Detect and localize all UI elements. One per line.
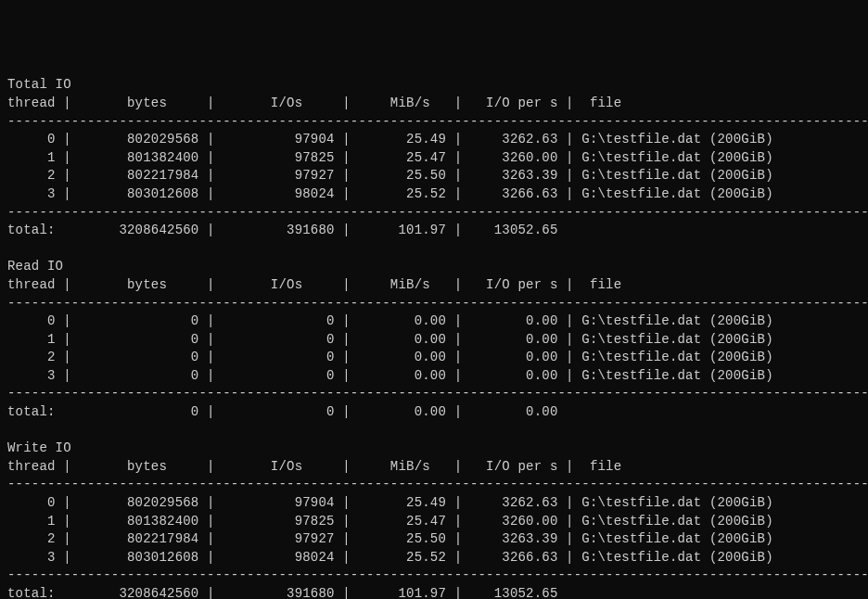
table-row: 2 | 0 | 0 | 0.00 | 0.00 | G:\testfile.da… [7, 350, 773, 364]
terminal-output: Total IO thread | bytes | I/Os | MiB/s |… [7, 76, 861, 599]
table-row: 0 | 802029568 | 97904 | 25.49 | 3262.63 … [7, 495, 773, 510]
table-row: 1 | 0 | 0 | 0.00 | 0.00 | G:\testfile.da… [7, 332, 773, 347]
table-row: 3 | 803012608 | 98024 | 25.52 | 3266.63 … [7, 550, 773, 565]
table-header: thread | bytes | I/Os | MiB/s | I/O per … [7, 277, 621, 292]
table-header: thread | bytes | I/Os | MiB/s | I/O per … [7, 459, 621, 474]
table-row: 2 | 802217984 | 97927 | 25.50 | 3263.39 … [7, 531, 773, 546]
table-row: 1 | 801382400 | 97825 | 25.47 | 3260.00 … [7, 514, 773, 529]
section-title: Write IO [7, 440, 71, 455]
total-row: total: 3208642560 | 391680 | 101.97 | 13… [7, 223, 558, 237]
divider: ----------------------------------------… [7, 477, 868, 491]
divider: ----------------------------------------… [7, 205, 868, 220]
table-row: 3 | 0 | 0 | 0.00 | 0.00 | G:\testfile.da… [7, 368, 773, 383]
total-row: total: 0 | 0 | 0.00 | 0.00 [7, 404, 558, 419]
total-row: total: 3208642560 | 391680 | 101.97 | 13… [7, 586, 558, 599]
divider: ----------------------------------------… [7, 114, 868, 129]
divider: ----------------------------------------… [7, 386, 868, 401]
table-header: thread | bytes | I/Os | MiB/s | I/O per … [7, 96, 621, 110]
divider: ----------------------------------------… [7, 567, 868, 582]
table-row: 0 | 802029568 | 97904 | 25.49 | 3262.63 … [7, 132, 773, 147]
table-row: 1 | 801382400 | 97825 | 25.47 | 3260.00 … [7, 150, 773, 165]
section-title: Read IO [7, 259, 63, 274]
table-row: 0 | 0 | 0 | 0.00 | 0.00 | G:\testfile.da… [7, 313, 773, 328]
section-title: Total IO [7, 77, 71, 92]
table-row: 2 | 802217984 | 97927 | 25.50 | 3263.39 … [7, 168, 773, 183]
divider: ----------------------------------------… [7, 296, 868, 311]
table-row: 3 | 803012608 | 98024 | 25.52 | 3266.63 … [7, 186, 773, 201]
